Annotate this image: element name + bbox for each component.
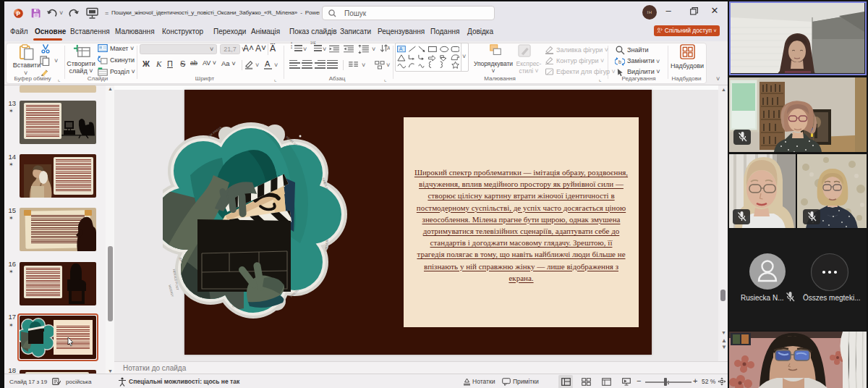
- svg-text:WEEKLY: WEEKLY: [168, 284, 174, 298]
- svg-text:A: A: [399, 46, 403, 52]
- svg-text:Rusiecka N...: Rusiecka N...: [741, 294, 783, 302]
- svg-text:A: A: [387, 46, 390, 51]
- svg-text:Összes megteki...: Összes megteki...: [803, 294, 860, 302]
- svg-text:P: P: [16, 10, 20, 17]
- svg-text:b: b: [618, 59, 621, 64]
